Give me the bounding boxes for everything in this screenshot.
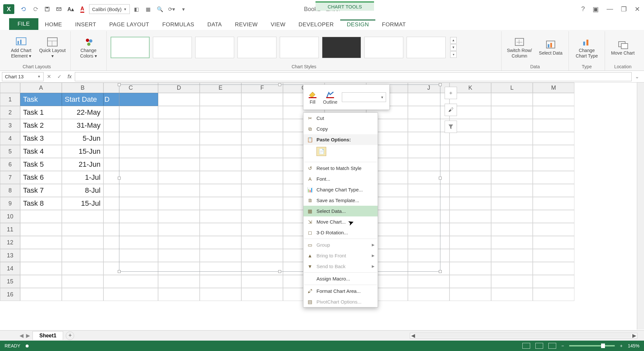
cell[interactable]: [62, 223, 103, 236]
cell[interactable]: 15-Jun: [62, 145, 103, 158]
cell[interactable]: 22-May: [62, 106, 103, 119]
cell[interactable]: [491, 249, 533, 262]
cell[interactable]: [62, 288, 103, 301]
cell[interactable]: [533, 145, 574, 158]
cell[interactable]: [491, 184, 533, 197]
cell[interactable]: [533, 210, 574, 223]
resize-handle[interactable]: [439, 270, 442, 273]
resize-handle[interactable]: [278, 83, 281, 86]
zoom-slider[interactable]: [569, 345, 615, 346]
resize-handle[interactable]: [278, 270, 281, 273]
row-header[interactable]: 14: [0, 262, 20, 275]
cell[interactable]: [533, 288, 574, 301]
chart-style-5[interactable]: [280, 37, 319, 58]
cell[interactable]: [533, 119, 574, 132]
cell[interactable]: Task 3: [20, 132, 62, 145]
cell[interactable]: [533, 249, 574, 262]
tab-review[interactable]: REVIEW: [228, 20, 264, 30]
refresh-button[interactable]: ⟳▾: [167, 4, 177, 14]
cell[interactable]: [491, 93, 533, 106]
chart-style-3[interactable]: [195, 37, 234, 58]
cell[interactable]: [533, 106, 574, 119]
zoom-out-button[interactable]: −: [561, 343, 564, 348]
cell[interactable]: [449, 158, 491, 171]
menu-format-chart-area[interactable]: 🖍Format Chart Area...: [303, 286, 378, 296]
quick-layout-button[interactable]: Quick Layout ▾: [38, 36, 66, 58]
row-header[interactable]: 3: [0, 119, 20, 132]
cell[interactable]: [449, 145, 491, 158]
col-header-A[interactable]: A: [20, 83, 62, 93]
col-header-B[interactable]: B: [62, 83, 103, 93]
fx-icon[interactable]: fx: [64, 74, 75, 80]
cell[interactable]: Task 5: [20, 158, 62, 171]
cell[interactable]: [62, 249, 103, 262]
cell[interactable]: [20, 288, 62, 301]
menu-copy[interactable]: ⧉Copy: [303, 124, 378, 134]
redo-button[interactable]: [31, 4, 40, 14]
view-page-layout-button[interactable]: [535, 343, 543, 349]
cell[interactable]: [533, 93, 574, 106]
enter-formula-button[interactable]: ✓: [54, 73, 64, 80]
view-normal-button[interactable]: [522, 343, 530, 349]
tab-insert[interactable]: INSERT: [69, 20, 103, 30]
row-header[interactable]: 10: [0, 210, 20, 223]
macro-record-icon[interactable]: ⏺: [25, 343, 29, 348]
cell[interactable]: [449, 288, 491, 301]
cell[interactable]: [533, 197, 574, 210]
name-box[interactable]: Chart 13 ▼: [2, 72, 44, 81]
col-header-M[interactable]: M: [533, 83, 574, 93]
cell[interactable]: [200, 288, 241, 301]
horizontal-scrollbar[interactable]: ◀ ▶: [410, 333, 637, 339]
select-data-button[interactable]: Select Data: [537, 39, 565, 56]
menu-move-chart[interactable]: ⇲Move Chart...: [303, 216, 378, 227]
menu-cut[interactable]: ✂Cut: [303, 113, 378, 124]
chart-style-6[interactable]: [322, 37, 361, 58]
cell[interactable]: [491, 288, 533, 301]
orientation-button[interactable]: ◧: [132, 4, 141, 14]
chart-styles-scroll[interactable]: ▲ ▼ ▾: [450, 37, 457, 58]
cell[interactable]: [62, 275, 103, 288]
cell[interactable]: Start Date: [62, 93, 103, 106]
change-chart-type-button[interactable]: Change Chart Type: [573, 36, 601, 58]
row-header[interactable]: 4: [0, 132, 20, 145]
formula-bar-input[interactable]: [75, 72, 632, 81]
sheet-nav-next[interactable]: ▶: [26, 332, 30, 339]
cell[interactable]: [491, 106, 533, 119]
chart-style-4[interactable]: [237, 37, 276, 58]
resize-handle[interactable]: [118, 177, 121, 180]
chart-style-7[interactable]: [364, 37, 403, 58]
tab-formulas[interactable]: FORMULAS: [156, 20, 201, 30]
menu-reset-style[interactable]: ↺Reset to Match Style: [303, 163, 378, 174]
cell[interactable]: [449, 249, 491, 262]
row-header[interactable]: 8: [0, 184, 20, 197]
cell[interactable]: [241, 275, 283, 288]
cell[interactable]: [533, 275, 574, 288]
cell[interactable]: [449, 275, 491, 288]
cell[interactable]: 8-Jul: [62, 184, 103, 197]
menu-3d-rotation[interactable]: ◻3-D Rotation...: [303, 227, 378, 238]
cell[interactable]: [533, 184, 574, 197]
cell[interactable]: [158, 288, 200, 301]
cell[interactable]: [491, 236, 533, 249]
cell[interactable]: [62, 262, 103, 275]
tab-data[interactable]: DATA: [201, 20, 228, 30]
zoom-button[interactable]: 🔍: [155, 4, 165, 14]
chart-style-2[interactable]: [153, 37, 192, 58]
chart-styles-button[interactable]: 🖌: [445, 104, 457, 116]
cell[interactable]: [20, 210, 62, 223]
tab-developer[interactable]: DEVELOPER: [292, 20, 340, 30]
row-header[interactable]: 9: [0, 197, 20, 210]
save-button[interactable]: [42, 4, 52, 14]
row-header[interactable]: 6: [0, 158, 20, 171]
cell[interactable]: [449, 132, 491, 145]
change-colors-button[interactable]: Change Colors ▾: [74, 36, 102, 58]
menu-save-template[interactable]: 🗎Save as Template...: [303, 195, 378, 206]
cell[interactable]: [533, 132, 574, 145]
chart-elements-button[interactable]: ＋: [445, 87, 457, 99]
cell[interactable]: [20, 236, 62, 249]
tab-page-layout[interactable]: PAGE LAYOUT: [103, 20, 156, 30]
chart-style-8[interactable]: [407, 37, 446, 58]
view-page-break-button[interactable]: [548, 343, 556, 349]
resize-handle[interactable]: [439, 177, 442, 180]
more-styles-icon[interactable]: ▾: [450, 51, 457, 58]
